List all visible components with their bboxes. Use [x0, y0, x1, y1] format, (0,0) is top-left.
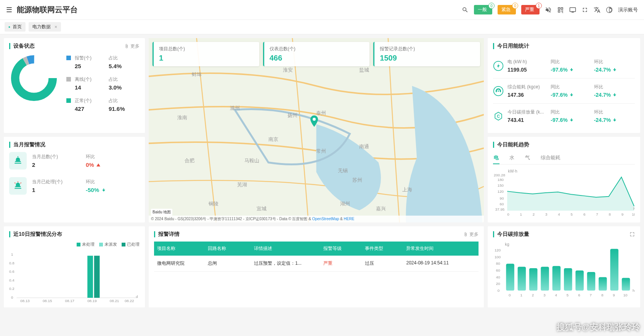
es-label: 今日碳排放量 (k...: [507, 109, 548, 115]
svg-text:10: 10: [623, 293, 628, 297]
map-panel[interactable]: 蚌埠 淮安 盐城 淮南 滁州 扬州 泰州 南京 合肥 马鞍山 芜湖 常州 无锡 …: [149, 38, 484, 222]
svg-text:淮南: 淮南: [177, 115, 187, 120]
card-title: 当月报警情况: [13, 141, 140, 148]
carbon-card: 今日碳排放量 kg 120100806040200 012345678910: [488, 226, 640, 307]
here-link[interactable]: HERE: [344, 217, 355, 221]
device-legend: 报警(个)25占比5.4% 离线(个)14占比3.0% 正常(个)427占比91…: [66, 53, 140, 112]
svg-text:08.21: 08.21: [110, 299, 119, 303]
fullscreen-icon[interactable]: [581, 6, 588, 13]
tab-power[interactable]: 电力数据×: [29, 22, 61, 32]
svg-text:铜陵: 铜陵: [208, 201, 218, 206]
svg-text:蚌埠: 蚌埠: [192, 72, 202, 77]
es-label: 电 (kW·h): [507, 59, 548, 65]
user-name[interactable]: 演示账号: [618, 6, 638, 13]
legend-label: 未处理: [82, 242, 95, 247]
th-level: 报警等级: [323, 245, 365, 252]
color-swatch: [66, 56, 71, 60]
yoy-label: 同比: [551, 84, 591, 90]
stat-value: 1: [159, 54, 254, 62]
ratio-label: 占比: [109, 98, 140, 104]
svg-point-31: [498, 90, 499, 92]
mute-icon[interactable]: [545, 6, 552, 13]
svg-text:0: 0: [11, 295, 13, 299]
osm-link[interactable]: OpenStreetMap: [312, 217, 339, 221]
app-title: 能源物联网云平台: [17, 5, 462, 15]
down-arrow-icon: [569, 118, 574, 122]
theme-icon[interactable]: [606, 6, 613, 13]
card-title: 报警详情: [158, 231, 463, 238]
svg-rect-77: [506, 264, 514, 290]
td-time: 2024-08-19 14:54:11: [406, 260, 475, 267]
svg-text:常州: 常州: [316, 149, 326, 154]
svg-rect-33: [14, 163, 21, 163]
alert-urgent-label: 紧急: [501, 7, 511, 12]
svg-text:0: 0: [509, 293, 511, 297]
svg-rect-82: [564, 268, 572, 291]
close-icon[interactable]: ×: [55, 24, 57, 30]
trend-tab-gas[interactable]: 气: [524, 152, 531, 164]
header-actions: 一般0 紧急0 严重1 演示账号: [462, 5, 638, 14]
alarm-light-icon: [9, 152, 27, 170]
map-pin-icon[interactable]: [310, 115, 319, 127]
td-event: 过压: [365, 260, 406, 267]
stat-value: 1509: [380, 54, 475, 62]
es-value: 147.36: [507, 92, 548, 98]
svg-text:200.28: 200.28: [494, 173, 505, 177]
svg-text:无锡: 无锡: [338, 168, 348, 173]
svg-text:10: 10: [632, 212, 635, 216]
table-row[interactable]: 微电网研究院 总闸 过压预警，设定值：1... 严重 过压 2024-08-19…: [154, 256, 479, 272]
search-icon[interactable]: [462, 6, 469, 13]
down-arrow-icon: [569, 93, 574, 97]
alert-normal-label: 一般: [478, 7, 487, 12]
alert-urgent-badge[interactable]: 紧急0: [498, 5, 516, 14]
svg-text:3: 3: [543, 293, 545, 297]
svg-rect-61: [87, 256, 93, 298]
svg-rect-86: [610, 249, 618, 291]
alert-severe-label: 严重: [525, 7, 534, 12]
dev-label: 离线(个): [75, 76, 106, 83]
unit-label: kg: [505, 242, 509, 246]
color-swatch: [66, 77, 71, 82]
alarm-detail-card: 报警详情 更多 项目名称 回路名称 详情描述 报警等级 事件类型 异常发生时间 …: [149, 226, 484, 307]
card-title: 近10日报警情况分布: [13, 231, 140, 238]
card-title: 设备状态: [13, 43, 124, 50]
svg-text:08.19: 08.19: [87, 299, 96, 303]
alert-normal-count: 0: [488, 3, 495, 9]
trend-tab-composite[interactable]: 综合能耗: [540, 152, 561, 164]
alert-normal-badge[interactable]: 一般0: [474, 5, 492, 14]
alarm-value: 1: [32, 187, 86, 193]
yoy-value: -97.6%: [551, 117, 567, 123]
svg-text:嘉兴: 嘉兴: [376, 206, 386, 211]
alarm-label: 当月总数(个): [32, 154, 86, 160]
svg-text:180: 180: [498, 178, 504, 182]
down-arrow-icon: [612, 118, 617, 122]
svg-text:7: 7: [596, 212, 598, 216]
svg-text:8: 8: [609, 212, 610, 216]
trend-tab-water[interactable]: 水: [509, 152, 515, 164]
menu-toggle-icon[interactable]: ☰: [6, 6, 12, 14]
siren-icon: [9, 177, 27, 195]
svg-text:滁州: 滁州: [230, 106, 240, 111]
svg-text:120: 120: [498, 189, 504, 194]
svg-text:南通: 南通: [359, 144, 369, 149]
gauge-icon: [493, 86, 504, 96]
tab-home[interactable]: 首页: [5, 22, 26, 32]
electric-icon: [493, 61, 504, 71]
more-link[interactable]: 更多: [124, 43, 140, 50]
trend-tab-electric[interactable]: 电: [493, 152, 499, 164]
svg-point-0: [15, 59, 53, 97]
svg-text:0.4: 0.4: [9, 278, 14, 282]
qr-icon[interactable]: [557, 6, 564, 13]
svg-rect-34: [14, 188, 21, 189]
monitor-icon[interactable]: [569, 6, 576, 13]
alert-severe-badge[interactable]: 严重1: [521, 5, 540, 14]
down-arrow-icon: [612, 93, 617, 97]
expand-icon[interactable]: [630, 232, 635, 237]
more-link[interactable]: 更多: [463, 231, 479, 238]
svg-point-28: [313, 118, 316, 121]
tabs-bar: 首页 电力数据×: [0, 20, 644, 34]
th-circuit: 回路名称: [208, 245, 254, 252]
svg-text:1: 1: [520, 293, 522, 297]
svg-text:苏州: 苏州: [352, 178, 362, 183]
translate-icon[interactable]: [594, 6, 601, 13]
